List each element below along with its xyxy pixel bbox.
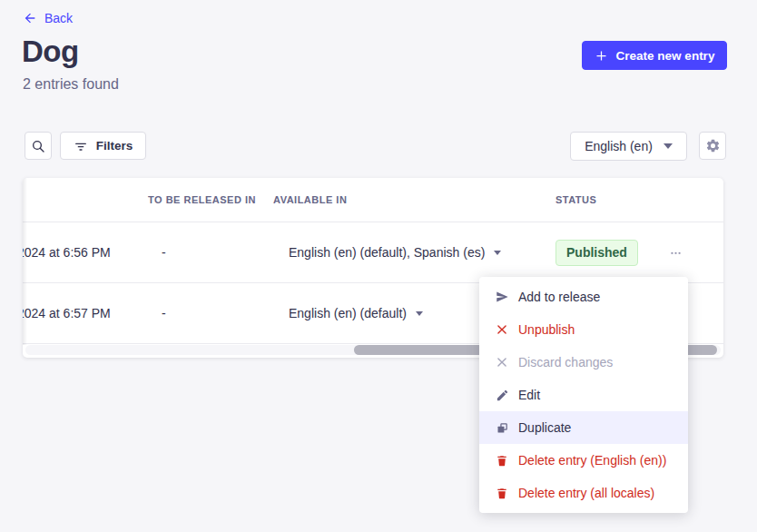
menu-item-add-to-release[interactable]: Add to release <box>479 281 688 313</box>
filters-button[interactable]: Filters <box>60 132 146 160</box>
available-locales: English (en) (default), Spanish (es) <box>289 245 485 260</box>
more-horizontal-icon <box>669 246 683 260</box>
menu-item-delete-entry-locale[interactable]: Delete entry (English (en)) <box>479 444 688 477</box>
to-be-released-cell: - <box>148 306 273 320</box>
create-new-entry-button[interactable]: Create new entry <box>582 41 727 70</box>
menu-item-label: Edit <box>518 388 540 402</box>
arrow-left-icon <box>23 11 37 25</box>
filters-label: Filters <box>96 139 133 153</box>
menu-item-label: Unpublish <box>518 322 575 337</box>
create-button-label: Create new entry <box>616 49 715 63</box>
column-header-to-be-released-in: TO BE RELEASED IN <box>148 194 273 205</box>
status-badge: Published <box>555 240 638 266</box>
menu-item-discard-changes[interactable]: Discard changes <box>479 346 688 379</box>
menu-item-unpublish[interactable]: Unpublish <box>479 313 688 346</box>
content-manager-page: Back Dog 2 entries found Create new entr… <box>0 0 757 532</box>
back-link[interactable]: Back <box>23 11 73 25</box>
trash-icon <box>495 453 509 468</box>
menu-item-label: Duplicate <box>518 420 571 435</box>
menu-item-label: Discard changes <box>518 355 613 369</box>
available-locales: English (en) (default) <box>289 306 407 320</box>
entries-count: 2 entries found <box>23 76 119 93</box>
table-header-row: TO BE RELEASED IN AVAILABLE IN STATUS <box>23 178 723 222</box>
menu-item-label: Add to release <box>518 290 600 304</box>
trash-icon <box>495 486 509 500</box>
search-button[interactable] <box>25 132 52 160</box>
filter-icon <box>74 139 88 153</box>
row-more-actions-button[interactable] <box>655 246 723 260</box>
menu-item-delete-entry-all-locales[interactable]: Delete entry (all locales) <box>479 477 688 509</box>
available-in-cell: English (en) (default), Spanish (es) <box>273 245 555 260</box>
locale-select[interactable]: English (en) <box>570 132 687 161</box>
status-cell: Published <box>555 240 655 266</box>
row-actions-menu: Add to release Unpublish Discard changes… <box>479 277 688 513</box>
updated-at-cell: 2024 at 6:56 PM <box>23 245 148 260</box>
menu-item-label: Delete entry (English (en)) <box>518 453 666 468</box>
column-header-status: STATUS <box>555 194 655 205</box>
column-header-available-in: AVAILABLE IN <box>273 194 555 205</box>
duplicate-icon <box>495 420 509 435</box>
gear-icon <box>705 138 721 153</box>
paper-plane-icon <box>495 290 509 304</box>
search-icon <box>31 139 45 153</box>
updated-at-cell: 2024 at 6:57 PM <box>23 306 148 320</box>
back-label: Back <box>44 11 73 25</box>
pencil-icon <box>495 388 509 402</box>
plus-icon <box>595 49 608 63</box>
page-title: Dog <box>22 34 79 69</box>
menu-item-label: Delete entry (all locales) <box>518 486 654 500</box>
settings-button[interactable] <box>699 132 726 160</box>
chevron-down-icon[interactable] <box>494 251 501 255</box>
chevron-down-icon[interactable] <box>416 311 423 316</box>
table-row[interactable]: 2024 at 6:56 PM - English (en) (default)… <box>23 222 723 283</box>
locale-selected-value: English (en) <box>585 139 653 153</box>
menu-item-edit[interactable]: Edit <box>479 379 688 411</box>
to-be-released-cell: - <box>148 245 273 260</box>
menu-item-duplicate[interactable]: Duplicate <box>479 411 688 444</box>
cross-icon <box>495 355 509 369</box>
chevron-down-icon <box>664 143 673 149</box>
cross-icon <box>495 322 509 337</box>
